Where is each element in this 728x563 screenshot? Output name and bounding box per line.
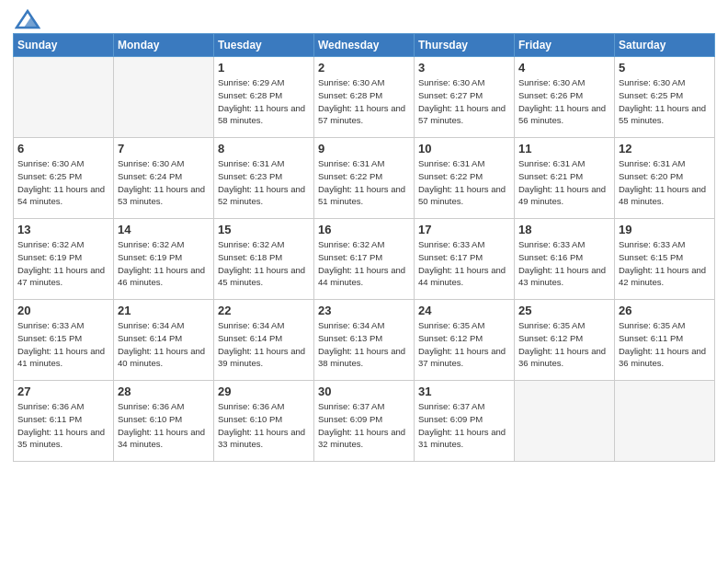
calendar-cell: 22Sunrise: 6:34 AMSunset: 6:14 PMDayligh…	[214, 300, 314, 381]
day-header-friday: Friday	[515, 34, 615, 57]
day-number: 22	[218, 304, 310, 317]
cell-info: Sunrise: 6:32 AMSunset: 6:19 PMDaylight:…	[118, 238, 210, 289]
day-number: 13	[17, 223, 109, 236]
calendar-cell: 6Sunrise: 6:30 AMSunset: 6:25 PMDaylight…	[14, 138, 114, 219]
cell-info: Sunrise: 6:30 AMSunset: 6:27 PMDaylight:…	[418, 76, 510, 127]
calendar-cell: 8Sunrise: 6:31 AMSunset: 6:23 PMDaylight…	[214, 138, 314, 219]
day-number: 4	[518, 61, 610, 75]
calendar-cell: 2Sunrise: 6:30 AMSunset: 6:28 PMDaylight…	[314, 57, 415, 138]
day-number: 27	[17, 385, 109, 398]
calendar-cell	[14, 57, 114, 138]
cell-info: Sunrise: 6:34 AMSunset: 6:14 PMDaylight:…	[118, 319, 210, 370]
day-number: 3	[418, 61, 510, 75]
cell-info: Sunrise: 6:36 AMSunset: 6:10 PMDaylight:…	[118, 400, 210, 451]
calendar-cell: 21Sunrise: 6:34 AMSunset: 6:14 PMDayligh…	[114, 300, 214, 381]
calendar-cell: 11Sunrise: 6:31 AMSunset: 6:21 PMDayligh…	[515, 138, 615, 219]
cell-info: Sunrise: 6:30 AMSunset: 6:25 PMDaylight:…	[17, 157, 109, 208]
day-number: 18	[518, 223, 610, 236]
day-number: 5	[619, 61, 711, 75]
day-header-thursday: Thursday	[415, 34, 515, 57]
day-number: 17	[418, 223, 510, 236]
cell-info: Sunrise: 6:33 AMSunset: 6:15 PMDaylight:…	[619, 238, 711, 289]
day-number: 15	[218, 223, 310, 236]
calendar-cell: 1Sunrise: 6:29 AMSunset: 6:28 PMDaylight…	[214, 57, 314, 138]
calendar-cell: 16Sunrise: 6:32 AMSunset: 6:17 PMDayligh…	[314, 219, 415, 300]
calendar-week-row: 13Sunrise: 6:32 AMSunset: 6:19 PMDayligh…	[14, 219, 715, 300]
day-header-monday: Monday	[114, 34, 214, 57]
cell-info: Sunrise: 6:33 AMSunset: 6:15 PMDaylight:…	[17, 319, 109, 370]
cell-info: Sunrise: 6:37 AMSunset: 6:09 PMDaylight:…	[318, 400, 410, 451]
cell-info: Sunrise: 6:31 AMSunset: 6:22 PMDaylight:…	[418, 157, 510, 208]
cell-info: Sunrise: 6:34 AMSunset: 6:13 PMDaylight:…	[318, 319, 410, 370]
calendar-cell: 31Sunrise: 6:37 AMSunset: 6:09 PMDayligh…	[415, 381, 515, 462]
cell-info: Sunrise: 6:30 AMSunset: 6:28 PMDaylight:…	[318, 76, 410, 127]
header-row: SundayMondayTuesdayWednesdayThursdayFrid…	[14, 34, 715, 57]
calendar-cell: 30Sunrise: 6:37 AMSunset: 6:09 PMDayligh…	[314, 381, 415, 462]
calendar-cell: 3Sunrise: 6:30 AMSunset: 6:27 PMDaylight…	[415, 57, 515, 138]
day-number: 6	[17, 142, 109, 155]
calendar-table: SundayMondayTuesdayWednesdayThursdayFrid…	[13, 33, 715, 462]
page: SundayMondayTuesdayWednesdayThursdayFrid…	[0, 0, 728, 563]
calendar-week-row: 1Sunrise: 6:29 AMSunset: 6:28 PMDaylight…	[14, 57, 715, 138]
day-header-tuesday: Tuesday	[214, 34, 314, 57]
calendar-cell	[114, 57, 214, 138]
calendar-cell: 24Sunrise: 6:35 AMSunset: 6:12 PMDayligh…	[415, 300, 515, 381]
calendar-header: SundayMondayTuesdayWednesdayThursdayFrid…	[14, 34, 715, 57]
day-number: 7	[118, 142, 210, 155]
logo-icon	[15, 9, 40, 29]
day-number: 9	[318, 142, 410, 155]
cell-info: Sunrise: 6:29 AMSunset: 6:28 PMDaylight:…	[218, 76, 310, 127]
cell-info: Sunrise: 6:34 AMSunset: 6:14 PMDaylight:…	[218, 319, 310, 370]
calendar-cell	[515, 381, 615, 462]
calendar-cell: 9Sunrise: 6:31 AMSunset: 6:22 PMDaylight…	[314, 138, 415, 219]
cell-info: Sunrise: 6:37 AMSunset: 6:09 PMDaylight:…	[418, 400, 510, 451]
day-number: 11	[518, 142, 610, 155]
cell-info: Sunrise: 6:31 AMSunset: 6:22 PMDaylight:…	[318, 157, 410, 208]
calendar-cell: 10Sunrise: 6:31 AMSunset: 6:22 PMDayligh…	[415, 138, 515, 219]
day-number: 30	[318, 385, 410, 398]
day-number: 8	[218, 142, 310, 155]
calendar-cell: 7Sunrise: 6:30 AMSunset: 6:24 PMDaylight…	[114, 138, 214, 219]
day-header-sunday: Sunday	[14, 34, 114, 57]
cell-info: Sunrise: 6:32 AMSunset: 6:17 PMDaylight:…	[318, 238, 410, 289]
calendar-cell: 12Sunrise: 6:31 AMSunset: 6:20 PMDayligh…	[615, 138, 715, 219]
calendar-cell: 25Sunrise: 6:35 AMSunset: 6:12 PMDayligh…	[515, 300, 615, 381]
day-number: 25	[518, 304, 610, 317]
day-number: 2	[318, 61, 410, 75]
day-number: 10	[418, 142, 510, 155]
calendar-cell: 5Sunrise: 6:30 AMSunset: 6:25 PMDaylight…	[615, 57, 715, 138]
day-number: 19	[619, 223, 711, 236]
cell-info: Sunrise: 6:36 AMSunset: 6:11 PMDaylight:…	[17, 400, 109, 451]
cell-info: Sunrise: 6:30 AMSunset: 6:24 PMDaylight:…	[118, 157, 210, 208]
calendar-cell: 20Sunrise: 6:33 AMSunset: 6:15 PMDayligh…	[14, 300, 114, 381]
day-number: 12	[619, 142, 711, 155]
calendar-cell: 26Sunrise: 6:35 AMSunset: 6:11 PMDayligh…	[615, 300, 715, 381]
calendar-week-row: 27Sunrise: 6:36 AMSunset: 6:11 PMDayligh…	[14, 381, 715, 462]
cell-info: Sunrise: 6:30 AMSunset: 6:25 PMDaylight:…	[619, 76, 711, 127]
cell-info: Sunrise: 6:33 AMSunset: 6:16 PMDaylight:…	[518, 238, 610, 289]
day-number: 20	[17, 304, 109, 317]
calendar-cell: 27Sunrise: 6:36 AMSunset: 6:11 PMDayligh…	[14, 381, 114, 462]
calendar-cell	[615, 381, 715, 462]
svg-marker-1	[24, 17, 39, 28]
cell-info: Sunrise: 6:35 AMSunset: 6:12 PMDaylight:…	[518, 319, 610, 370]
day-number: 26	[619, 304, 711, 317]
cell-info: Sunrise: 6:31 AMSunset: 6:20 PMDaylight:…	[619, 157, 711, 208]
calendar-cell: 29Sunrise: 6:36 AMSunset: 6:10 PMDayligh…	[214, 381, 314, 462]
calendar-week-row: 20Sunrise: 6:33 AMSunset: 6:15 PMDayligh…	[14, 300, 715, 381]
day-number: 31	[418, 385, 510, 398]
cell-info: Sunrise: 6:31 AMSunset: 6:23 PMDaylight:…	[218, 157, 310, 208]
calendar-body: 1Sunrise: 6:29 AMSunset: 6:28 PMDaylight…	[14, 57, 715, 462]
calendar-week-row: 6Sunrise: 6:30 AMSunset: 6:25 PMDaylight…	[14, 138, 715, 219]
cell-info: Sunrise: 6:32 AMSunset: 6:18 PMDaylight:…	[218, 238, 310, 289]
calendar-cell: 19Sunrise: 6:33 AMSunset: 6:15 PMDayligh…	[615, 219, 715, 300]
cell-info: Sunrise: 6:30 AMSunset: 6:26 PMDaylight:…	[518, 76, 610, 127]
day-number: 1	[218, 61, 310, 75]
day-number: 14	[118, 223, 210, 236]
calendar-cell: 18Sunrise: 6:33 AMSunset: 6:16 PMDayligh…	[515, 219, 615, 300]
day-header-wednesday: Wednesday	[314, 34, 415, 57]
cell-info: Sunrise: 6:36 AMSunset: 6:10 PMDaylight:…	[218, 400, 310, 451]
calendar-cell: 14Sunrise: 6:32 AMSunset: 6:19 PMDayligh…	[114, 219, 214, 300]
header	[13, 9, 715, 26]
cell-info: Sunrise: 6:35 AMSunset: 6:11 PMDaylight:…	[619, 319, 711, 370]
